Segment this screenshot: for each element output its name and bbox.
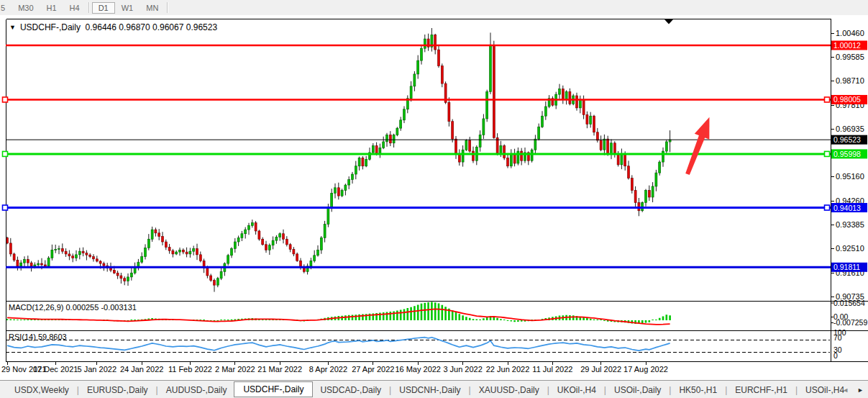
macd-axis-label: 0.015654 xyxy=(833,299,865,307)
date-tick-label: 11 Jul 2022 xyxy=(532,365,572,374)
date-tick-label: 5 Jan 2022 xyxy=(78,365,117,374)
date-tick-label: 22 Jun 2022 xyxy=(486,365,530,374)
tab-scroll-right-icon[interactable]: ► xyxy=(857,386,864,394)
chart-title: ▼USDCHF-,Daily 0.96446 0.96870 0.96067 0… xyxy=(9,22,217,32)
price-badge-0.95998: 0.95998 xyxy=(831,149,867,158)
price-badge-0.94013: 0.94013 xyxy=(831,203,867,212)
toolbar-separator xyxy=(167,2,168,13)
price-tick-label: 0.92510 xyxy=(836,244,864,253)
svg-text:0.94013: 0.94013 xyxy=(833,204,861,212)
svg-text:0.98005: 0.98005 xyxy=(833,95,861,104)
price-axis: 1.004600.995850.987100.978100.969350.951… xyxy=(831,29,867,359)
date-tick-label: 29 Jul 2022 xyxy=(580,365,621,374)
price-badge-0.96523: 0.96523 xyxy=(831,135,867,145)
rsi-axis-label: 70 xyxy=(833,333,842,342)
timeframe-toolbar: 5M30H1H4D1W1MN xyxy=(0,0,868,16)
price-chart-canvas[interactable]: 1.004600.995850.987100.978100.969350.951… xyxy=(0,15,868,380)
period-button-m30[interactable]: M30 xyxy=(12,2,40,14)
svg-text:0.91811: 0.91811 xyxy=(833,263,860,271)
price-badge-1.00012: 1.00012 xyxy=(831,41,867,50)
price-tick-label: 0.93385 xyxy=(836,220,864,229)
chart-tab-eurusd-daily[interactable]: EURUSD-,Daily xyxy=(80,383,155,397)
toolbar-separator xyxy=(88,2,90,13)
macd-axis-label: -0.007259 xyxy=(833,318,867,327)
chart-shift-marker-icon[interactable] xyxy=(664,19,673,24)
svg-text:1.00012: 1.00012 xyxy=(833,41,861,50)
chart-ohlc-values: 0.96446 0.96870 0.96067 0.96523 xyxy=(86,22,218,32)
macd-indicator-label: MACD(12,26,9) 0.000255 -0.003131 xyxy=(9,303,137,312)
chart-tab-hk50-h1[interactable]: HK50-,H1 xyxy=(672,383,724,397)
chart-symbol-label: USDCHF-,Daily xyxy=(20,22,81,32)
date-tick-label: 8 Apr 2022 xyxy=(309,365,347,374)
period-button-d1[interactable]: D1 xyxy=(92,2,115,14)
chart-tab-usdx-weekly[interactable]: USDX,Weekly xyxy=(7,383,76,397)
date-tick-label: 16 May 2022 xyxy=(395,365,441,374)
svg-text:0.95998: 0.95998 xyxy=(833,150,861,158)
mt4-terminal: 5M30H1H4D1W1MN 1.004600.995850.987100.97… xyxy=(0,0,868,398)
period-button-h4[interactable]: H4 xyxy=(63,2,86,14)
date-tick-label: 17 Aug 2022 xyxy=(623,365,668,374)
chart-tab-eurchf-h1[interactable]: EURCHF-,H1 xyxy=(728,383,795,397)
chart-tab-usdcad-daily[interactable]: USDCAD-,Daily xyxy=(313,383,388,397)
price-badge-0.98005: 0.98005 xyxy=(831,95,867,104)
period-button-w1[interactable]: W1 xyxy=(115,2,140,14)
chart-tab-usdchf-daily[interactable]: USDCHF-,Daily xyxy=(234,381,313,397)
date-tick-label: 11 Feb 2022 xyxy=(168,365,212,374)
date-axis: 29 Nov 202117 Dec 20215 Jan 202224 Jan 2… xyxy=(1,362,668,374)
chart-tab-ukoil-h4[interactable]: UKOil-,H4 xyxy=(550,383,603,397)
price-tick-label: 1.00460 xyxy=(836,29,864,37)
period-button-mn[interactable]: MN xyxy=(140,2,165,14)
chart-surface[interactable]: 1.004600.995850.987100.978100.969350.951… xyxy=(0,15,868,380)
rsi-pane xyxy=(6,338,831,353)
candlestick-series xyxy=(6,28,672,292)
price-badge-0.91811: 0.91811 xyxy=(831,263,867,272)
chevron-down-icon: ▼ xyxy=(9,24,16,31)
rsi-line xyxy=(7,338,670,350)
period-button-h1[interactable]: H1 xyxy=(40,2,63,14)
rsi-axis-label: 0 xyxy=(833,351,838,360)
price-tick-label: 0.98710 xyxy=(836,76,864,85)
rsi-indicator-label: RSI(14) 59.8603 xyxy=(9,333,67,341)
date-tick-label: 21 Mar 2022 xyxy=(257,365,302,374)
symbol-tab-bar: USDX,Weekly|EURUSD-,Daily|AUDUSD-,DailyU… xyxy=(0,380,868,398)
chart-tab-usdcnh-daily[interactable]: USDCNH-,Daily xyxy=(392,383,467,397)
price-tick-label: 0.99585 xyxy=(836,53,864,61)
svg-text:0.96523: 0.96523 xyxy=(833,135,861,144)
date-tick-label: 27 Apr 2022 xyxy=(352,365,394,374)
chart-tab-audusd-daily[interactable]: AUDUSD-,Daily xyxy=(159,383,234,397)
period-button-5[interactable]: 5 xyxy=(0,2,12,14)
chart-tab-xauusd-daily[interactable]: XAUUSD-,Daily xyxy=(472,383,547,397)
chart-tab-usoil-daily[interactable]: USOil-,Daily xyxy=(607,383,668,397)
date-tick-label: 24 Jan 2022 xyxy=(120,365,164,374)
date-tick-label: 2 Mar 2022 xyxy=(215,365,255,374)
date-tick-label: 3 Jun 2022 xyxy=(443,365,482,374)
trend-arrow-annotation[interactable] xyxy=(680,114,717,177)
price-tick-label: 0.95160 xyxy=(836,172,864,181)
date-tick-label: 17 Dec 2021 xyxy=(33,365,78,374)
tab-scroll-left-icon[interactable]: ◄ xyxy=(842,386,849,394)
price-tick-label: 0.96935 xyxy=(836,125,864,133)
